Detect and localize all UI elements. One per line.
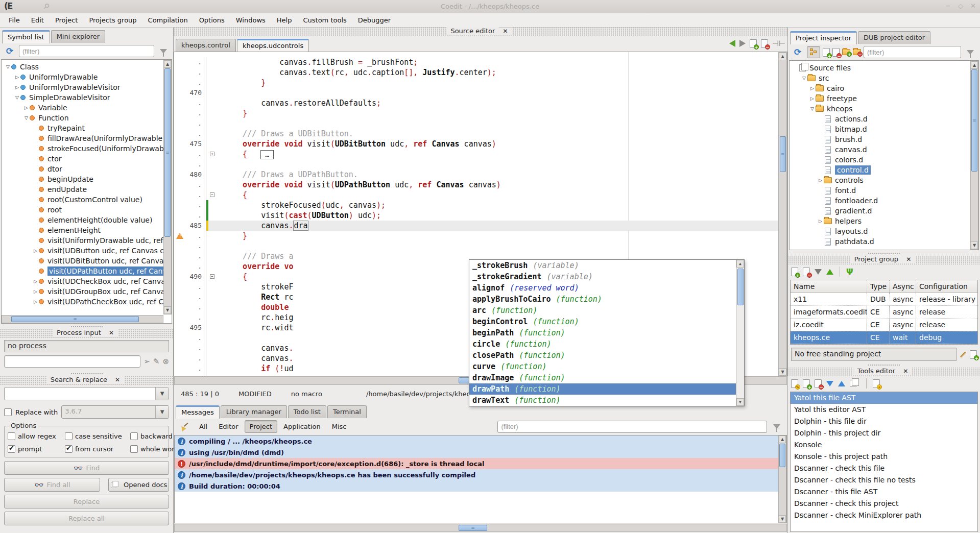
code-line[interactable]: . canvas.restoreAllDefaults; [174,98,778,108]
scroll-up-icon[interactable]: ▲ [971,61,978,69]
code-line[interactable]: . [174,159,778,169]
tree-view-toggle-button[interactable] [807,46,820,58]
fold-column[interactable]: + [209,149,216,159]
checkbox-icon[interactable] [8,445,15,453]
completion-item[interactable]: drawText(function) [469,395,736,406]
filter-toggle-project[interactable]: Project [245,420,277,433]
expander-icon[interactable]: ▷ [32,248,39,253]
code-line[interactable]: . strokeFocused(udc, canvas); [174,200,778,210]
scroll-thumb[interactable] [779,444,785,467]
code-line[interactable]: 475 override void visit(UDBitButton udc,… [174,139,778,149]
close-button[interactable]: ✕ [970,2,976,10]
detach-icon[interactable]: ⊣⊢ [772,39,785,48]
code-text[interactable] [216,241,778,251]
scroll-thumb[interactable] [737,269,744,305]
tab-terminal[interactable]: Terminal [327,405,367,418]
tool-item[interactable]: Dscanner - check this file [791,463,977,474]
scroll-thumb[interactable] [971,69,977,172]
filter-toggle-all[interactable]: All [194,420,212,433]
expander-icon[interactable]: ▷ [23,105,30,110]
tab-library-manager[interactable]: Library manager [221,405,287,418]
expander-icon[interactable]: ▷ [809,86,816,91]
code-text[interactable]: canvas.text(rc, udc.caption[], Justify.c… [216,67,778,78]
option-backward[interactable]: backward [130,432,179,440]
scroll-thumb[interactable] [164,68,171,237]
option-whole-word[interactable]: whole word [130,445,179,453]
replace-button[interactable]: Replace [4,495,169,508]
close-icon[interactable]: ✕ [902,256,915,263]
tool-item[interactable]: Konsole [791,439,977,451]
messages-vscrollbar[interactable]: ▲ ▼ [778,435,786,523]
remove-file-icon[interactable]: − [832,48,840,57]
menu-help[interactable]: Help [271,14,298,26]
tab-symbol-list[interactable]: Symbol list [2,30,50,43]
inspector-filter-input[interactable] [864,46,961,58]
file-tree-item[interactable]: pathdata.d [790,236,970,247]
file-tree-item[interactable]: Source files [790,63,970,73]
fold-toggle-icon[interactable]: − [210,192,214,197]
add-folder-icon[interactable]: + [842,49,850,55]
symbol-tree-item[interactable]: ▽Class [2,62,163,72]
branch-icon[interactable]: Ψ [846,267,853,277]
go-forward-icon[interactable] [739,40,746,47]
menu-compilation[interactable]: Compilation [142,14,194,26]
file-tree-item[interactable]: layouts.d [790,226,970,236]
folded-ellipsis[interactable]: … [260,150,274,159]
expander-icon[interactable]: ▷ [817,219,824,224]
symbol-tree-item[interactable]: endUpdate [2,184,163,195]
replace-combo[interactable]: 3.6.7 ▼ [61,405,169,419]
move-up-icon[interactable] [826,269,833,275]
code-text[interactable]: /// Draws a UDPathButton. [216,169,778,180]
filter-toggle-application[interactable]: Application [278,420,326,433]
symbol-filter-clear-button[interactable] [157,45,170,57]
code-text[interactable]: } [216,231,778,241]
file-tree-item[interactable]: ▽kheops [790,104,970,114]
scroll-up-icon[interactable]: ▲ [779,435,786,443]
scroll-up-icon[interactable]: ▲ [736,260,744,268]
code-text[interactable] [216,159,778,169]
file-tree-item[interactable]: brush.d [790,134,970,144]
code-text[interactable]: } [216,108,778,118]
minimize-button[interactable]: − [945,2,951,10]
search-combo[interactable]: ▼ [4,387,169,400]
menu-windows[interactable]: Windows [230,14,271,26]
code-text[interactable]: { [216,190,778,200]
file-tree-item[interactable]: colors.d [790,155,970,165]
fold-toggle-icon[interactable]: − [210,274,214,279]
messages-filter-clear-button[interactable] [770,421,783,433]
scroll-down-icon[interactable]: ▼ [779,515,786,523]
tab-messages[interactable]: Messages [176,405,220,419]
tool-item[interactable]: Konsole - this project path [791,451,977,463]
pencil-icon[interactable] [960,351,966,357]
move-down-icon[interactable] [815,269,822,275]
filter-toggle-misc[interactable]: Misc [327,420,352,433]
code-line[interactable]: . [174,118,778,129]
symbol-tree-item[interactable]: ▷Variable [2,103,163,113]
code-text[interactable] [216,88,778,98]
code-line[interactable]: . canvas.fillBrush = _brushFont; [174,57,778,67]
tool-item[interactable]: Yatol this file AST [791,392,977,404]
close-icon[interactable]: ✕ [111,376,124,383]
remove-tool-icon[interactable]: − [815,379,822,388]
symbol-tree-item[interactable]: ▽Function [2,113,163,123]
file-tree-item[interactable]: ▷cairo [790,83,970,93]
completion-item[interactable]: alignof(reserved word) [469,282,736,294]
code-line[interactable]: . } [174,108,778,118]
symbol-tree-item[interactable]: visit(UDPathButton udc, ref Canvas [2,266,163,276]
file-tree-item[interactable]: ▷helpers [790,216,970,226]
tab-kheops-udcontrols[interactable]: kheops.udcontrols [237,39,309,52]
tool-item[interactable]: Yatol this editor AST [791,404,977,416]
tool-item[interactable]: Dscanner - check MiniExplorer path [791,510,977,521]
move-tool-up-icon[interactable] [838,381,845,386]
tool-item[interactable]: Dolphin - this project dir [791,427,977,439]
checkbox-icon[interactable] [65,445,73,453]
expander-icon[interactable]: ▽ [14,95,20,100]
find-button[interactable]: 👓 Find [4,461,169,475]
cancel-process-icon[interactable]: ⊗ [162,357,169,366]
completion-item[interactable]: curve(function) [469,361,736,372]
option-allow-regex[interactable]: allow regex [8,432,65,440]
replace-with-checkbox[interactable] [4,408,12,416]
file-tree-item[interactable]: font.d [790,185,970,196]
symbol-tree-item[interactable]: ▷UniformlyDrawableVisitor [2,82,163,92]
scroll-thumb[interactable] [11,316,139,322]
